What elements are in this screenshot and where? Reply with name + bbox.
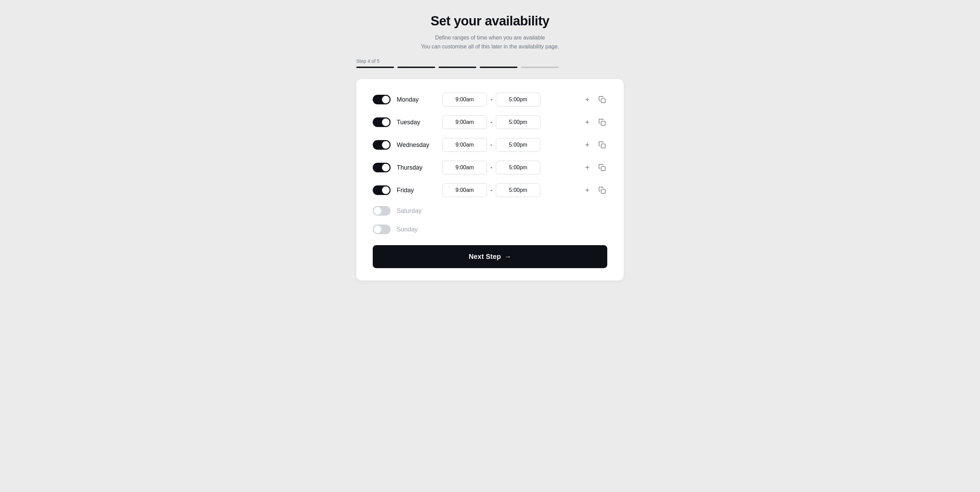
toggle-thursday[interactable] [373, 163, 391, 173]
toggle-knob-wednesday [382, 141, 390, 149]
add-time-monday[interactable]: + [584, 94, 591, 105]
page-title: Set your availability [356, 14, 624, 29]
toggle-slider-friday [373, 185, 391, 195]
time-inputs-friday: - [442, 183, 578, 197]
end-time-monday[interactable] [496, 93, 540, 106]
step-bars [356, 67, 624, 68]
availability-card: Monday-+ Tuesday-+ Wednesday-+ Thursday-… [356, 79, 624, 281]
toggle-knob-monday [382, 96, 390, 103]
start-time-thursday[interactable] [442, 161, 487, 174]
day-name-thursday: Thursday [397, 164, 436, 171]
subtitle-line1: Define ranges of time when you are avail… [356, 33, 624, 42]
day-row-monday: Monday-+ [373, 93, 607, 106]
step-bar-2 [398, 67, 435, 68]
add-time-thursday[interactable]: + [584, 162, 591, 173]
day-row-thursday: Thursday-+ [373, 161, 607, 174]
dash-wednesday: - [490, 141, 492, 149]
page-subtitle: Define ranges of time when you are avail… [356, 33, 624, 51]
toggle-friday[interactable] [373, 185, 391, 195]
day-row-saturday: Saturday [373, 206, 607, 216]
toggle-knob-sunday [374, 225, 381, 233]
start-time-tuesday[interactable] [442, 115, 487, 129]
copy-time-thursday[interactable] [597, 162, 607, 173]
toggle-knob-friday [382, 187, 390, 194]
step-bar-5 [521, 67, 558, 68]
toggle-wednesday[interactable] [373, 140, 391, 150]
step-label: Step 4 of 5 [356, 58, 624, 64]
svg-rect-1 [601, 121, 605, 125]
svg-rect-4 [601, 189, 605, 193]
toggle-slider-tuesday [373, 117, 391, 127]
end-time-thursday[interactable] [496, 161, 540, 174]
toggle-slider-wednesday [373, 140, 391, 150]
copy-time-monday[interactable] [597, 94, 607, 105]
subtitle-line2: You can customise all of this later in t… [356, 42, 624, 51]
toggle-slider-monday [373, 95, 391, 104]
next-step-button[interactable]: Next Step → [373, 245, 607, 268]
day-row-wednesday: Wednesday-+ [373, 138, 607, 152]
step-bar-1 [356, 67, 394, 68]
toggle-sunday[interactable] [373, 225, 391, 234]
end-time-friday[interactable] [496, 183, 540, 197]
step-bar-4 [480, 67, 517, 68]
dash-monday: - [490, 96, 492, 103]
svg-rect-2 [601, 144, 605, 148]
day-row-sunday: Sunday [373, 225, 607, 234]
day-name-tuesday: Tuesday [397, 119, 436, 126]
time-inputs-thursday: - [442, 161, 578, 174]
toggle-knob-saturday [374, 207, 381, 215]
time-inputs-wednesday: - [442, 138, 578, 152]
days-container: Monday-+ Tuesday-+ Wednesday-+ Thursday-… [373, 93, 607, 234]
end-time-tuesday[interactable] [496, 115, 540, 129]
toggle-tuesday[interactable] [373, 117, 391, 127]
time-inputs-tuesday: - [442, 115, 578, 129]
end-time-wednesday[interactable] [496, 138, 540, 152]
day-row-friday: Friday-+ [373, 183, 607, 197]
day-name-monday: Monday [397, 96, 436, 103]
svg-rect-0 [601, 99, 605, 103]
step-indicator: Step 4 of 5 [356, 58, 624, 68]
copy-time-tuesday[interactable] [597, 117, 607, 127]
page-header: Set your availability Define ranges of t… [356, 14, 624, 68]
svg-rect-3 [601, 166, 605, 171]
start-time-wednesday[interactable] [442, 138, 487, 152]
day-row-tuesday: Tuesday-+ [373, 115, 607, 129]
next-step-label: Next Step [469, 253, 501, 260]
add-time-tuesday[interactable]: + [584, 117, 591, 128]
dash-friday: - [490, 187, 492, 194]
toggle-knob-tuesday [382, 118, 390, 126]
toggle-slider-saturday [373, 206, 391, 216]
toggle-slider-thursday [373, 163, 391, 173]
step-bar-3 [439, 67, 476, 68]
toggle-knob-thursday [382, 164, 390, 171]
copy-time-friday[interactable] [597, 185, 607, 195]
toggle-saturday[interactable] [373, 206, 391, 216]
day-name-friday: Friday [397, 187, 436, 194]
toggle-monday[interactable] [373, 95, 391, 104]
start-time-monday[interactable] [442, 93, 487, 106]
dash-tuesday: - [490, 119, 492, 126]
day-name-saturday: Saturday [397, 208, 436, 215]
add-time-friday[interactable]: + [584, 184, 591, 196]
arrow-icon: → [504, 253, 511, 260]
add-time-wednesday[interactable]: + [584, 139, 591, 151]
toggle-slider-sunday [373, 225, 391, 234]
day-name-wednesday: Wednesday [397, 141, 436, 149]
start-time-friday[interactable] [442, 183, 487, 197]
day-name-sunday: Sunday [397, 226, 436, 233]
time-inputs-monday: - [442, 93, 578, 106]
dash-thursday: - [490, 164, 492, 171]
copy-time-wednesday[interactable] [597, 140, 607, 150]
